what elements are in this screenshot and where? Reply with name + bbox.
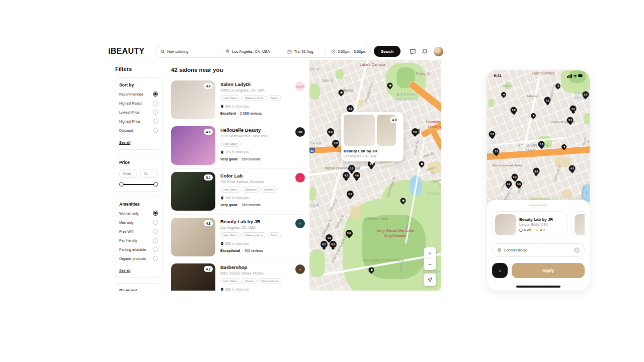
zoom-out-button[interactable]: − [424, 259, 436, 270]
salon-distance-text: 205 m. from you [225, 196, 249, 200]
filter-option[interactable]: Discount [119, 128, 158, 133]
radio-button[interactable] [153, 211, 158, 216]
filter-option[interactable]: Organic products [119, 256, 158, 261]
popup-photo-1 [344, 115, 375, 146]
price-from-input[interactable] [119, 169, 137, 178]
salon-card[interactable]: 5.0 Color Lab 730 Pride Avenue, Brooklyn… [171, 169, 305, 215]
filter-option[interactable]: Highest Price [119, 119, 158, 124]
chat-icon[interactable] [410, 48, 416, 55]
separator: · [242, 249, 243, 252]
radio-button[interactable] [153, 229, 158, 234]
date-field[interactable]: Thu 31 Aug [282, 45, 326, 57]
map-pin[interactable]: 3.8 [567, 117, 574, 123]
salon-tag: Makeup Artist [242, 232, 266, 238]
salon-name: Color Lab [220, 173, 292, 178]
salon-card[interactable]: 4.4 Salon LadyDi 2055 Los Angeles, CA, U… [171, 77, 305, 123]
clear-input-icon[interactable]: ✕ [574, 247, 580, 253]
price-slider-handle-min[interactable] [119, 182, 124, 187]
radio-button[interactable] [153, 256, 158, 261]
salon-card[interactable]: 4.6 HelloBelle Beauty 2975 North Avenue,… [171, 123, 305, 169]
map-pin[interactable]: 4.2 [343, 172, 350, 179]
map[interactable]: 4.8 Beauty Lab by JR Los Angeles, CA, US… [309, 60, 441, 291]
pin-icon [220, 288, 224, 291]
back-button[interactable]: ‹ [492, 263, 508, 278]
time-field[interactable]: 2:00pm - 3:00pm [326, 45, 370, 57]
app-logo[interactable]: iBEAUTY [108, 47, 144, 56]
search-query-field[interactable]: Hair coloring [155, 45, 220, 57]
price-to-input[interactable] [140, 169, 158, 178]
map-pin[interactable]: 5.0 [347, 191, 354, 198]
phone-map[interactable]: 9:41 Luke's Campus29th StSafewayProspect… [487, 70, 590, 212]
phone-salon-card[interactable]: Beauty Lab by JR London Bridje, USA 6 km… [492, 211, 568, 238]
price-slider-handle-max[interactable] [153, 182, 158, 187]
salon-reviews: 169 reviews [242, 157, 260, 161]
map-pin[interactable]: 3.8 [347, 105, 354, 112]
search-button[interactable]: Search [374, 46, 400, 57]
sort-by-see-all[interactable]: See all [119, 141, 130, 144]
radio-button[interactable] [153, 247, 158, 252]
map-pin[interactable]: 4.0 [326, 234, 333, 241]
sheet-drag-handle[interactable] [529, 205, 547, 206]
filters-title: Filters [115, 66, 163, 72]
filter-option[interactable]: Men only [119, 220, 158, 225]
radio-button[interactable] [153, 92, 158, 97]
map-pin[interactable]: 4.2 [505, 180, 512, 187]
pin-icon [519, 228, 523, 232]
salon-tag: Makeup Artist [242, 95, 266, 101]
filter-option[interactable]: Women only [119, 211, 158, 216]
map-pin[interactable]: 5.0 [489, 131, 496, 137]
map-locate-button[interactable] [424, 274, 436, 286]
filter-option[interactable]: Recommended [119, 92, 158, 97]
amenities-see-all[interactable]: See all [119, 269, 130, 273]
map-pin[interactable]: 4.2 [320, 241, 328, 248]
salon-card[interactable]: 4.2 Barbershop 2001 Jacobs Street, Flori… [171, 260, 305, 291]
filter-option-label: Lowest Price [119, 111, 139, 114]
filter-option[interactable]: Parking available [119, 247, 158, 252]
phone-salon-card-partial[interactable] [572, 211, 585, 238]
map-pin[interactable]: 4.0 [569, 165, 576, 171]
radio-button[interactable] [153, 220, 158, 225]
filter-option[interactable]: Highest Rated [119, 101, 158, 106]
user-avatar[interactable] [434, 47, 443, 56]
salon-distance-text: 550 m. from you [225, 242, 249, 245]
salon-photo: 4.8 [171, 218, 215, 256]
map-pin[interactable]: 4.6 [516, 180, 522, 187]
radio-button[interactable] [153, 119, 158, 124]
bell-icon[interactable] [422, 48, 428, 55]
map-salon-popup[interactable]: 4.8 Beauty Lab by JR Los Angeles, CA, US… [341, 112, 404, 161]
map-pin[interactable]: 4.0 [544, 97, 551, 104]
apply-button[interactable]: Apply [512, 263, 585, 278]
map-pin[interactable]: 5.0 [538, 141, 545, 147]
salon-review-line: Excellent·2.588 reviews [220, 112, 292, 115]
map-pin[interactable]: 5.0 [327, 128, 334, 135]
filter-option[interactable]: Lowest Price [119, 110, 158, 115]
phone-search-value: London Bridje [504, 248, 527, 252]
map-pin[interactable]: 4.0 [412, 128, 419, 135]
filter-option[interactable]: Pet-friendly [119, 238, 158, 243]
map-pin[interactable]: 4.6 [353, 172, 360, 179]
location-field[interactable]: Los Angeles, CA, USA [220, 45, 282, 57]
radio-button[interactable] [153, 128, 158, 133]
map-pin[interactable]: 3.2 [348, 165, 355, 172]
filter-option[interactable]: Free Wifi [119, 229, 158, 234]
map-pin[interactable]: 5.0 [582, 91, 589, 98]
phone-card-distance: 6 km [519, 228, 531, 232]
map-pin[interactable]: 3.8 [346, 230, 353, 237]
filter-option-label: Pet-friendly [119, 239, 137, 242]
radio-button[interactable] [153, 110, 158, 115]
phone-search-input[interactable]: London Bridje ✕ [492, 243, 585, 257]
salon-rating-badge: 4.4 [204, 83, 213, 89]
map-pin[interactable]: 4.8 [533, 168, 539, 174]
radio-button[interactable] [153, 101, 158, 106]
payment-box: Payment Visa and MasterCardDebit cardCas… [115, 283, 163, 291]
map-pin[interactable]: 5.0 [570, 106, 577, 112]
phone-mockup: 9:41 Luke's Campus29th StSafewayProspect… [487, 70, 590, 291]
map-pin[interactable]: 3.8 [493, 148, 500, 154]
salon-card[interactable]: 4.8 Beauty Lab by JR Los Angeles, CA, US… [171, 215, 305, 260]
map-pin[interactable]: 3.2 [512, 173, 518, 180]
zoom-in-button[interactable]: + [424, 247, 436, 258]
map-pin[interactable]: 3.8 [332, 140, 339, 147]
map-pin[interactable]: 3.8 [511, 107, 517, 113]
map-pin[interactable]: 4.6 [330, 241, 337, 248]
radio-button[interactable] [153, 238, 158, 243]
